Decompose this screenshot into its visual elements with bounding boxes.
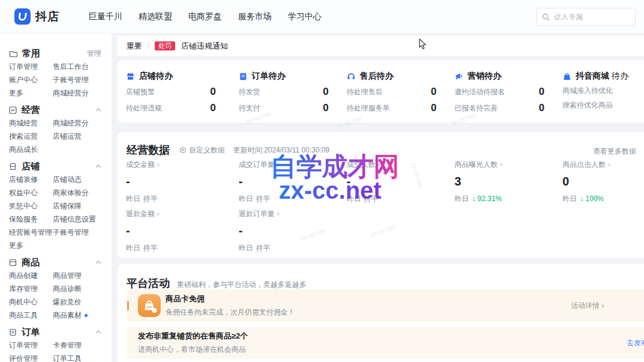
go-publish-link[interactable]: 去发布 — [627, 338, 644, 348]
chevron-right-icon: › — [500, 160, 502, 169]
section-title-shop: 店铺 — [22, 161, 40, 172]
manage-link[interactable]: 管理 — [87, 49, 101, 59]
sidebar-item-coupon-mgmt[interactable]: 卡券管理 — [53, 340, 82, 351]
sidebar-section-order: 订单 订单管理卡券管理 评价管理订单工具 — [9, 325, 112, 362]
sidebar-item-product-diagnosis[interactable]: 商品诊断 — [53, 284, 82, 294]
metric-order-count: 成交订单量› - 昨日持平 — [239, 160, 329, 204]
todo-label[interactable]: 待发货 — [239, 87, 260, 97]
publish-task-banner: 发布非重复铺货的在售商品≥2个 进商机中心，看市场潜在机会商品 去发布 — [127, 327, 644, 358]
sidebar-item-reward-punish[interactable]: 奖惩中心 — [9, 201, 53, 211]
sidebar-item-hot-bidding[interactable]: 爆款竞价 — [53, 297, 82, 307]
update-time: 更新时间:2024/03/11 00:30:09 — [233, 145, 330, 155]
todo-label[interactable]: 待支付 — [239, 103, 260, 113]
sidebar-item-review-mgmt[interactable]: 评价管理 — [9, 354, 53, 362]
notice-bar: 重要 处罚 店铺违规通知 — [118, 36, 644, 56]
sidebar-item-order-tools[interactable]: 订单工具 — [53, 354, 82, 362]
metric-label[interactable]: 退款金额› — [126, 209, 216, 219]
view-more-data-link[interactable]: 查看更多数据 — [593, 146, 636, 157]
sidebar-item-shop-decorate[interactable]: 店铺装修 — [9, 175, 53, 185]
todo-label[interactable]: 已报名待完善 — [455, 103, 498, 113]
sidebar-item-product-create[interactable]: 商品创建 — [9, 271, 53, 281]
violation-notice-link[interactable]: 店铺违规通知 — [181, 41, 228, 52]
chevron-up-icon[interactable] — [95, 108, 101, 112]
metric-label[interactable]: 成交订单量› — [239, 160, 329, 170]
todo-label[interactable]: 店铺预警 — [126, 87, 155, 97]
chevron-right-icon: › — [608, 160, 610, 169]
metric-label[interactable]: 成交人数› — [347, 160, 437, 170]
commission-free-banner: 商品卡免佣 免佣任务尚未完成，次月仍需支付佣金！ 活动详情 › — [127, 289, 644, 322]
chevron-up-icon[interactable] — [95, 330, 101, 334]
metric-label[interactable]: 成交金额› — [126, 160, 216, 170]
order-icon — [9, 328, 17, 336]
sidebar-item-mall-business-score[interactable]: 商城经营分 — [53, 118, 89, 128]
menu-juliang-qianchuan[interactable]: 巨量千川 — [86, 11, 125, 22]
menu-dianshang-luopan[interactable]: 电商罗盘 — [185, 11, 225, 22]
sidebar-item-aftersale-workbench[interactable]: 售后工作台 — [53, 62, 89, 72]
todo-card: 店铺待办 店铺预警0 待处理违规0 订单待办 待发货0 待支付0 售后待办 待处… — [118, 60, 644, 122]
sidebar-item-business-account-mgmt[interactable]: 经营账号管理 — [9, 228, 53, 238]
app-logo[interactable]: 抖店 — [14, 8, 59, 25]
todo-label[interactable]: 邀约活动待报名 — [455, 87, 505, 97]
menu-jingxuan-lianmeng[interactable]: 精选联盟 — [136, 11, 175, 22]
chevron-right-icon: › — [157, 160, 160, 169]
todo-label[interactable]: 待处理违规 — [126, 103, 162, 113]
sidebar-item-shop-info-settings[interactable]: 店铺信息设置 — [53, 214, 96, 225]
sidebar-item-opportunity-center[interactable]: 商机中心 — [9, 297, 53, 307]
chevron-right-icon: › — [277, 210, 279, 218]
sidebar-item-merchant-exp-score[interactable]: 商家体验分 — [53, 188, 89, 198]
menu-xuexi-zhongxin[interactable]: 学习中心 — [285, 11, 324, 22]
search-box[interactable] — [536, 8, 636, 26]
sidebar-item-account-center[interactable]: 账户中心 — [9, 75, 53, 85]
activities-title: 平台活动 — [127, 276, 170, 291]
notice-tag: 重要 — [127, 41, 142, 52]
todo-title: 营销待办 — [468, 71, 501, 82]
sidebar-item-order-mgmt[interactable]: 订单管理 — [9, 62, 53, 72]
top-menu: 巨量千川 精选联盟 电商罗盘 服务市场 学习中心 — [86, 11, 324, 22]
business-icon — [9, 106, 17, 114]
sidebar-item-shop-news[interactable]: 店铺动态 — [53, 175, 82, 185]
chevron-up-icon[interactable] — [95, 164, 101, 168]
metric-label[interactable]: 商品点击人数› — [562, 160, 644, 170]
task-title: 发布非重复铺货的在售商品≥2个 — [138, 331, 248, 342]
sidebar-item-search-ops[interactable]: 搜索运营 — [9, 131, 53, 142]
todo-mall: 抖音商城待办 商城准入待优化 搜索待优化商品 — [562, 60, 644, 110]
sidebar-item-more[interactable]: 更多 — [9, 88, 53, 98]
sidebar-item-insurance[interactable]: 保险服务 — [9, 214, 53, 225]
sidebar-section-common: 常用 管理 订单管理售后工作台 账户中心子账号管理 更多商城经营分 — [9, 47, 112, 100]
sidebar-item-product-mgmt[interactable]: 商品管理 — [53, 271, 82, 281]
custom-data-link[interactable]: 自定义数据 — [179, 145, 225, 155]
sidebar-item-order-mgmt2[interactable]: 订单管理 — [9, 340, 53, 351]
menu-fuwu-shichang[interactable]: 服务市场 — [235, 11, 275, 22]
sidebar-item-rights-center[interactable]: 权益中心 — [9, 188, 53, 198]
sidebar-item-shop-ops[interactable]: 店铺运营 — [53, 131, 82, 142]
sidebar-item-more2[interactable]: 更多 — [9, 241, 53, 251]
sidebar-item-product-growth[interactable]: 商品成长 — [9, 145, 53, 155]
sidebar-item-inventory-mgmt[interactable]: 库存管理 — [9, 284, 53, 294]
sidebar-item-mall-score[interactable]: 商城经营分 — [53, 88, 89, 98]
sidebar-item-product-material[interactable]: 商品素材 — [53, 310, 88, 321]
sidebar-item-shop-guarantee[interactable]: 店铺保障 — [53, 201, 82, 211]
sidebar-item-mall-business[interactable]: 商城经营 — [9, 118, 53, 128]
todo-title: 店铺待办 — [139, 71, 173, 82]
activity-detail-link[interactable]: 活动详情 › — [571, 301, 604, 311]
chevron-up-icon[interactable] — [95, 261, 101, 264]
sidebar: 常用 管理 订单管理售后工作台 账户中心子账号管理 更多商城经营分 经营 商城经… — [0, 34, 112, 362]
metric-label[interactable]: 退款订单量› — [239, 209, 329, 219]
todo-value: 0 — [539, 86, 544, 98]
sidebar-item-subaccount-mgmt2[interactable]: 子账号管理 — [53, 228, 89, 238]
todo-label[interactable]: 搜索待优化商品 — [562, 100, 613, 110]
todo-label[interactable]: 待处理售后 — [347, 87, 383, 97]
todo-label[interactable]: 商城准入待优化 — [562, 86, 613, 96]
search-input[interactable] — [554, 13, 630, 21]
metric-exposure: 商品曝光人数› 3 昨日↓ 92.31% — [455, 160, 544, 204]
metric-value: - — [347, 175, 437, 189]
todo-title: 订单待办 — [252, 71, 285, 82]
sidebar-item-product-tools[interactable]: 商品工具 — [9, 310, 53, 321]
mall-bag-icon — [562, 72, 571, 81]
metric-buyer-count: 成交人数› - 昨日持平 — [347, 160, 437, 204]
todo-value: 0 — [431, 86, 437, 98]
metric-label[interactable]: 商品曝光人数› — [455, 160, 544, 170]
sidebar-item-subaccount-mgmt[interactable]: 子账号管理 — [53, 75, 89, 85]
todo-label[interactable]: 待处理服务单 — [347, 103, 390, 113]
todo-title: 售后待办 — [360, 71, 393, 82]
